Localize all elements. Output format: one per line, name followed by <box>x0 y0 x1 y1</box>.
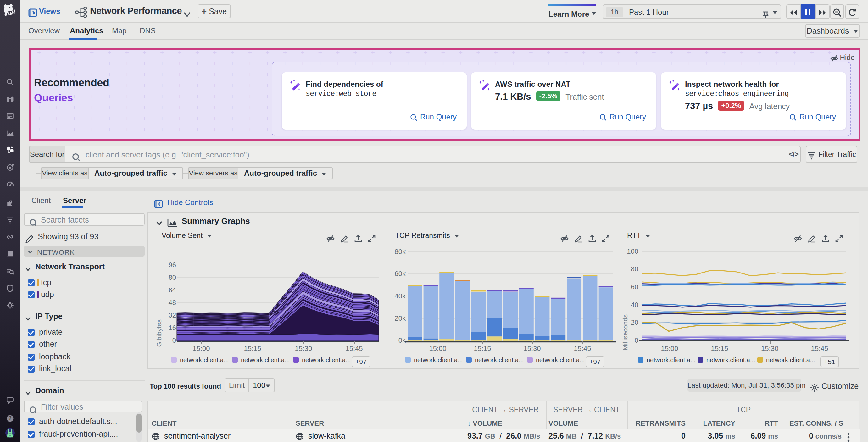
svg-text:?: ? <box>8 416 12 421</box>
